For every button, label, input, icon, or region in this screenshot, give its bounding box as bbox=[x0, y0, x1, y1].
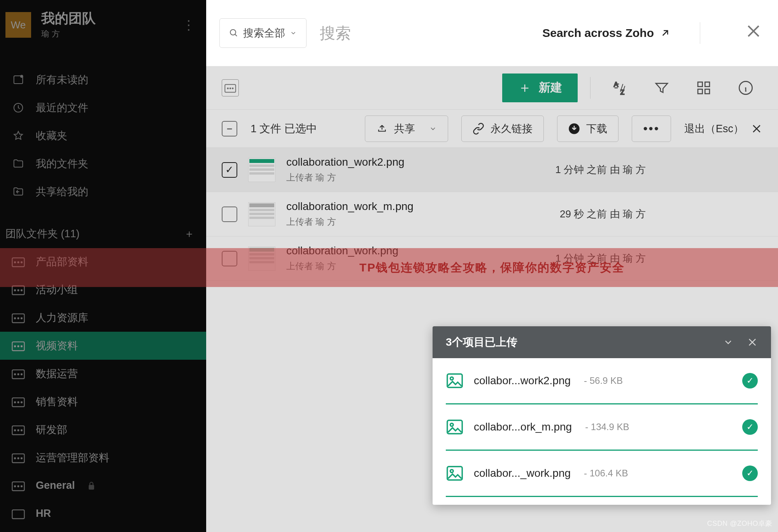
folder-video-label: 视频资料 bbox=[36, 339, 78, 353]
close-search-button[interactable] bbox=[745, 22, 762, 44]
divider bbox=[700, 22, 700, 44]
search-scope-label: 搜索全部 bbox=[243, 26, 285, 40]
download-button-label: 下载 bbox=[586, 122, 607, 136]
svg-point-34 bbox=[21, 458, 22, 459]
folder-hr[interactable]: HR bbox=[0, 500, 206, 528]
file-uploader: 上传者 瑜 方 bbox=[286, 172, 405, 184]
more-actions-button[interactable]: ••• bbox=[632, 116, 671, 142]
file-time: 29 秒 之前 由 瑜 方 bbox=[560, 207, 762, 221]
filter-button[interactable] bbox=[653, 79, 671, 97]
upload-item: collabor...ork_m.png - 134.9 KB ✓ bbox=[433, 404, 771, 451]
nav-unread-label: 所有未读的 bbox=[36, 73, 88, 87]
svg-point-12 bbox=[14, 318, 16, 319]
selection-count: 1 文件 已选中 bbox=[251, 121, 317, 136]
link-icon bbox=[473, 123, 484, 135]
search-input[interactable] bbox=[317, 24, 531, 42]
svg-rect-49 bbox=[705, 82, 710, 87]
nav-favorites[interactable]: 收藏夹 bbox=[0, 122, 206, 150]
upload-item: collabor...work2.png - 56.9 KB ✓ bbox=[433, 358, 771, 404]
permalink-button[interactable]: 永久链接 bbox=[461, 116, 544, 142]
svg-point-45 bbox=[232, 88, 233, 89]
file-meta: collaboration_work_m.png 上传者 瑜 方 bbox=[286, 200, 414, 228]
team-folder-icon bbox=[12, 480, 25, 492]
sort-button[interactable]: AZ bbox=[611, 79, 629, 97]
folder-rd[interactable]: 研发部 bbox=[0, 416, 206, 444]
svg-point-17 bbox=[18, 346, 19, 347]
row-checkbox[interactable] bbox=[222, 162, 237, 178]
team-folder-icon bbox=[12, 340, 25, 352]
info-button[interactable] bbox=[737, 79, 755, 97]
clock-icon bbox=[12, 101, 25, 114]
search-icon bbox=[229, 28, 238, 38]
search-across-zoho-label: Search across Zoho bbox=[542, 26, 654, 40]
nav-favorites-label: 收藏夹 bbox=[36, 129, 67, 143]
star-icon bbox=[12, 129, 25, 142]
folder-data-ops[interactable]: 数据运营 bbox=[0, 360, 206, 388]
folder-general-label: General bbox=[36, 480, 75, 492]
svg-point-28 bbox=[14, 430, 16, 431]
folder-general[interactable]: General bbox=[0, 472, 206, 500]
close-icon[interactable] bbox=[747, 337, 758, 348]
file-thumbnail bbox=[248, 202, 275, 226]
exit-label: 退出（Esc） bbox=[684, 122, 744, 136]
search-scope-dropdown[interactable]: 搜索全部 bbox=[219, 18, 307, 48]
search-across-zoho-link[interactable]: Search across Zoho bbox=[542, 26, 671, 40]
folder-video[interactable]: 视频资料 bbox=[0, 332, 206, 360]
svg-point-21 bbox=[18, 374, 19, 375]
chevron-down-icon bbox=[290, 30, 297, 37]
svg-point-8 bbox=[14, 290, 16, 291]
svg-point-24 bbox=[14, 402, 16, 403]
upload-item: collabor..._work.png - 106.4 KB ✓ bbox=[433, 451, 771, 497]
upload-toast: 3个项目已上传 collabor...work2.png - 56.9 KB ✓… bbox=[433, 326, 771, 505]
overlay-banner-text: TP钱包连锁攻略全攻略，保障你的数字资产安全 bbox=[359, 260, 625, 276]
folder-icon bbox=[12, 157, 25, 170]
svg-point-25 bbox=[18, 402, 19, 403]
share-in-icon bbox=[12, 185, 25, 198]
svg-rect-54 bbox=[447, 374, 462, 388]
folder-sales[interactable]: 销售资料 bbox=[0, 388, 206, 416]
svg-point-38 bbox=[21, 486, 22, 487]
select-toggle[interactable]: － bbox=[222, 121, 237, 136]
exit-selection-button[interactable]: 退出（Esc） bbox=[684, 122, 762, 136]
collapse-icon[interactable] bbox=[723, 337, 734, 348]
file-name: collaboration_work_m.png bbox=[286, 200, 414, 213]
new-button[interactable]: ＋ 新建 bbox=[502, 74, 578, 102]
svg-point-41 bbox=[230, 30, 236, 35]
svg-point-43 bbox=[228, 88, 229, 89]
team-folders-header: 团队文件夹 (11) ＋ bbox=[0, 206, 206, 248]
team-logo[interactable]: We bbox=[5, 12, 31, 38]
folder-toolbar: ＋ 新建 AZ bbox=[206, 66, 778, 110]
add-folder-button[interactable]: ＋ bbox=[184, 227, 194, 241]
folder-hr-pool-label: 人力资源库 bbox=[36, 311, 88, 325]
svg-point-29 bbox=[18, 430, 19, 431]
svg-point-10 bbox=[21, 290, 22, 291]
lock-icon bbox=[88, 481, 95, 490]
team-title: 我的团队 bbox=[41, 11, 96, 26]
view-toggle-button[interactable] bbox=[695, 79, 713, 97]
file-row[interactable]: collaboration_work_m.png 上传者 瑜 方 29 秒 之前… bbox=[206, 192, 778, 236]
file-name: collaboration_work2.png bbox=[286, 156, 405, 168]
folder-hr-pool[interactable]: 人力资源库 bbox=[0, 304, 206, 332]
breadcrumb-folder-icon[interactable] bbox=[222, 79, 239, 96]
share-button[interactable]: 共享 bbox=[365, 116, 448, 142]
nav-unread[interactable]: 所有未读的 bbox=[0, 66, 206, 94]
svg-rect-58 bbox=[447, 467, 462, 480]
svg-point-30 bbox=[21, 430, 22, 431]
global-search-bar: 搜索全部 Search across Zoho bbox=[206, 0, 778, 66]
folder-sales-label: 销售资料 bbox=[36, 395, 78, 409]
folder-ops-mgmt[interactable]: 运营管理部资料 bbox=[0, 444, 206, 472]
team-folder-icon bbox=[12, 396, 25, 408]
nav-my-folders[interactable]: 我的文件夹 bbox=[0, 150, 206, 178]
file-meta: collaboration_work2.png 上传者 瑜 方 bbox=[286, 156, 405, 184]
row-checkbox[interactable] bbox=[222, 206, 237, 222]
nav-shared-with-me[interactable]: 共享给我的 bbox=[0, 178, 206, 206]
nav-recent[interactable]: 最近的文件 bbox=[0, 94, 206, 122]
nav-shared-with-me-label: 共享给我的 bbox=[36, 185, 88, 199]
file-row[interactable]: collaboration_work2.png 上传者 瑜 方 1 分钟 之前 … bbox=[206, 148, 778, 192]
success-icon: ✓ bbox=[742, 419, 758, 435]
sidebar-more-icon[interactable]: ⋮ bbox=[182, 17, 194, 33]
download-button[interactable]: 下载 bbox=[557, 116, 619, 142]
team-folder-icon bbox=[12, 424, 25, 436]
share-button-label: 共享 bbox=[394, 122, 415, 136]
svg-rect-51 bbox=[705, 89, 710, 94]
